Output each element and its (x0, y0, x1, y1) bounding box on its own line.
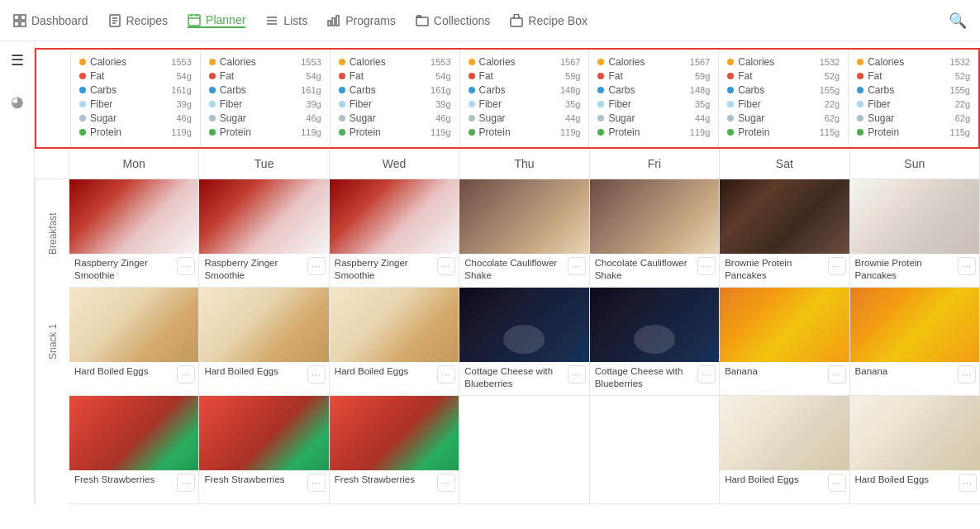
food-info-breakfast-5: Brownie Protein Pancakes··· (720, 254, 849, 287)
day-header-mon: Mon (69, 149, 199, 179)
food-name-breakfast-6: Brownie Protein Pancakes (855, 257, 958, 282)
svg-rect-8 (188, 15, 200, 26)
food-image-snack1b-5 (720, 396, 849, 470)
food-menu-snack1-3[interactable]: ··· (568, 365, 586, 384)
meal-cell-snack1b-4 (590, 396, 720, 504)
food-image-snack1-2 (330, 288, 459, 362)
nav-programs[interactable]: Programs (327, 14, 396, 27)
food-info-snack1-3: Cottage Cheese with Blueberries··· (459, 362, 588, 395)
nav-lists[interactable]: Lists (265, 14, 307, 27)
food-info-breakfast-1: Raspberry Zinger Smoothie··· (199, 254, 328, 287)
food-image-snack1b-6 (850, 396, 980, 470)
food-menu-snack1b-6[interactable]: ··· (959, 474, 977, 492)
meal-label-breakfast: Breakfast (35, 179, 69, 288)
meal-cell-snack1-5: Banana··· (720, 288, 849, 396)
food-name-snack1-5: Banana (725, 365, 827, 378)
food-name-snack1-6: Banana (855, 365, 958, 378)
food-name-snack1-3: Cottage Cheese with Blueberries (464, 365, 567, 390)
food-info-snack1-5: Banana··· (720, 362, 849, 395)
svg-rect-2 (14, 21, 19, 26)
nav-recipe-box[interactable]: Recipe Box (510, 14, 588, 27)
food-menu-snack1-0[interactable]: ··· (177, 365, 195, 384)
meal-cell-snack1-3: Cottage Cheese with Blueberries··· (459, 288, 589, 396)
food-image-breakfast-6 (850, 179, 979, 254)
food-menu-snack1b-1[interactable]: ··· (307, 474, 326, 492)
food-menu-snack1-1[interactable]: ··· (307, 365, 326, 384)
food-menu-breakfast-1[interactable]: ··· (307, 257, 326, 275)
svg-rect-17 (336, 16, 339, 26)
food-menu-breakfast-0[interactable]: ··· (177, 257, 195, 275)
day-header-thu: Thu (459, 149, 589, 179)
food-menu-breakfast-6[interactable]: ··· (958, 257, 976, 275)
svg-rect-16 (332, 18, 335, 26)
food-name-snack1b-0: Fresh Strawberries (74, 474, 177, 486)
svg-rect-0 (14, 15, 19, 20)
food-image-snack1-5 (720, 288, 849, 362)
planner-corner (35, 149, 69, 179)
food-menu-snack1-2[interactable]: ··· (437, 365, 455, 384)
food-info-breakfast-0: Raspberry Zinger Smoothie··· (69, 254, 198, 287)
food-menu-snack1b-2[interactable]: ··· (437, 474, 455, 492)
food-menu-snack1-5[interactable]: ··· (828, 365, 846, 384)
food-image-snack1-4 (590, 288, 719, 362)
food-info-snack1b-1: Fresh Strawberries··· (199, 470, 328, 503)
nutrition-cell-0: Calories1553Fat54gCarbs161gFiber39gSugar… (71, 50, 201, 147)
food-menu-snack1-4[interactable]: ··· (697, 365, 716, 384)
food-image-snack1b-1 (199, 396, 328, 470)
food-info-breakfast-6: Brownie Protein Pancakes··· (850, 254, 979, 287)
food-info-snack1-4: Cottage Cheese with Blueberries··· (590, 362, 719, 395)
meal-cell-breakfast-6: Brownie Protein Pancakes··· (850, 179, 980, 288)
food-name-snack1b-6: Hard Boiled Eggs (855, 474, 959, 486)
day-header-wed: Wed (330, 149, 459, 179)
food-name-snack1b-5: Hard Boiled Eggs (725, 474, 827, 486)
meal-cell-snack1b-6: Hard Boiled Eggs··· (850, 396, 980, 504)
nutrition-summary: Calories1553Fat54gCarbs161gFiber39gSugar… (35, 48, 980, 149)
navigation: Dashboard Recipes Planner Lists Programs… (0, 0, 980, 41)
day-header-tue: Tue (199, 149, 329, 179)
food-name-snack1-1: Hard Boiled Eggs (204, 365, 307, 378)
food-image-breakfast-4 (590, 179, 719, 254)
sidebar-list-icon[interactable]: ☰ (11, 51, 24, 69)
food-name-snack1b-2: Fresh Strawberries (335, 474, 437, 486)
food-image-snack1-1 (199, 288, 328, 362)
meal-cell-breakfast-3: Chocolate Cauliflower Shake··· (459, 179, 589, 288)
sidebar: ☰ ◕ (0, 41, 35, 504)
nav-collections[interactable]: Collections (416, 14, 490, 27)
nav-recipes[interactable]: Recipes (108, 14, 169, 27)
svg-rect-19 (511, 18, 522, 26)
food-info-snack1b-5: Hard Boiled Eggs··· (720, 470, 849, 503)
meal-cell-snack1-6: Banana··· (850, 288, 980, 396)
nutrition-cell-1: Calories1553Fat54gCarbs161gFiber39gSugar… (201, 50, 331, 147)
meal-cell-breakfast-0: Raspberry Zinger Smoothie··· (69, 179, 199, 288)
nav-dashboard[interactable]: Dashboard (13, 14, 88, 27)
meal-cell-snack1-2: Hard Boiled Eggs··· (330, 288, 459, 396)
food-menu-snack1b-0[interactable]: ··· (177, 474, 195, 492)
food-info-snack1b-6: Hard Boiled Eggs··· (850, 470, 980, 503)
food-info-snack1-2: Hard Boiled Eggs··· (330, 362, 459, 395)
food-name-breakfast-3: Chocolate Cauliflower Shake (464, 257, 567, 282)
meal-cell-snack1b-0: Fresh Strawberries··· (69, 396, 199, 504)
meal-cell-breakfast-5: Brownie Protein Pancakes··· (720, 179, 849, 288)
svg-rect-15 (328, 21, 331, 26)
food-menu-snack1-6[interactable]: ··· (958, 365, 976, 384)
svg-rect-3 (21, 21, 26, 26)
food-image-snack1-0 (69, 288, 198, 362)
food-image-snack1-6 (850, 288, 979, 362)
meal-label-snack1: Snack 1 (35, 288, 69, 396)
food-info-breakfast-2: Raspberry Zinger Smoothie··· (330, 254, 459, 287)
meal-cell-snack1b-1: Fresh Strawberries··· (199, 396, 329, 504)
food-name-breakfast-2: Raspberry Zinger Smoothie (335, 257, 437, 282)
food-menu-breakfast-5[interactable]: ··· (828, 257, 846, 275)
search-icon[interactable]: 🔍 (949, 12, 967, 30)
food-menu-snack1b-5[interactable]: ··· (828, 474, 846, 492)
nutrition-cell-6: Calories1532Fat52gCarbs155gFiber22gSugar… (849, 50, 978, 147)
food-name-breakfast-1: Raspberry Zinger Smoothie (204, 257, 307, 282)
food-menu-breakfast-2[interactable]: ··· (437, 257, 455, 275)
food-info-snack1-6: Banana··· (850, 362, 979, 395)
food-name-breakfast-4: Chocolate Cauliflower Shake (595, 257, 697, 282)
food-menu-breakfast-4[interactable]: ··· (697, 257, 716, 275)
food-image-breakfast-5 (720, 179, 849, 254)
sidebar-chart-icon[interactable]: ◕ (11, 93, 24, 111)
nav-planner[interactable]: Planner (188, 13, 245, 28)
food-menu-breakfast-3[interactable]: ··· (568, 257, 586, 275)
